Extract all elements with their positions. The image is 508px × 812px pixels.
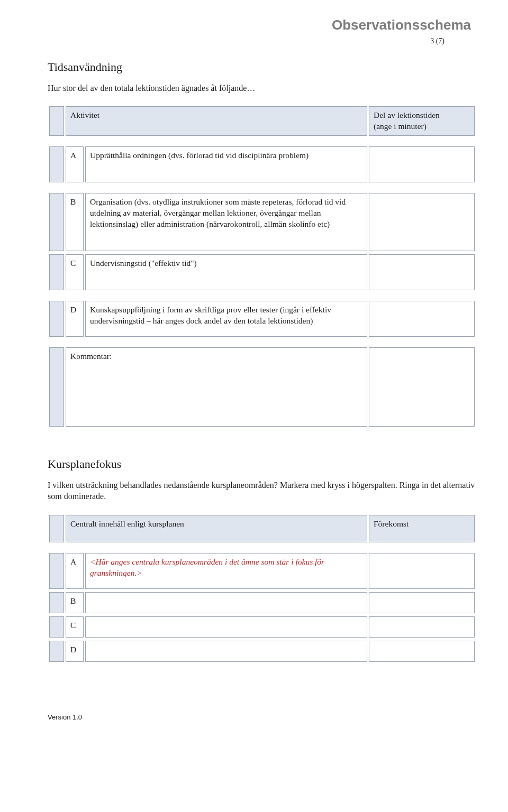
time-header-value-line2: (ange i minuter) [374, 122, 427, 131]
kurs-row-a-input[interactable] [369, 553, 475, 589]
kurs-row-b-sel[interactable] [49, 592, 64, 613]
time-row-d-label: D [66, 301, 84, 337]
time-header-sel[interactable] [49, 106, 64, 136]
time-row-comment-sel[interactable] [49, 347, 64, 427]
kurs-row-d-sel[interactable] [49, 641, 64, 662]
kurs-row-b-input[interactable] [369, 592, 475, 613]
time-row-comment-text[interactable]: Kommentar: [66, 347, 367, 427]
section-kurs-desc: I vilken utsträckning behandlades nedans… [48, 479, 476, 502]
kurs-row-a-sel[interactable] [49, 553, 64, 589]
kurs-row-b-label: B [66, 592, 84, 613]
time-row-bc: B Organisation (dvs. otydliga instruktio… [48, 190, 476, 293]
time-row-d-input[interactable] [369, 301, 475, 337]
time-header-activity: Aktivitet [66, 106, 367, 136]
time-row-comment-input[interactable] [369, 347, 475, 427]
kurs-header-table: Centralt innehåll enligt kursplanen Före… [48, 512, 476, 546]
time-header-table: Aktivitet Del av lektionstiden (ange i m… [48, 103, 476, 139]
time-row-a-text: Upprätthålla ordningen (dvs. förlorad ti… [85, 146, 367, 182]
section-time-title: Tidsanvändning [48, 59, 476, 75]
section-kurs-title: Kursplanefokus [48, 456, 476, 472]
kurs-row-a-placeholder: <Här anges centrala kursplaneområden i d… [90, 557, 324, 577]
time-row-c-label: C [66, 254, 84, 290]
time-row-a-sel[interactable] [49, 146, 64, 182]
kurs-row-a-label: A [66, 553, 84, 589]
time-row-a: A Upprätthålla ordningen (dvs. förlorad … [48, 143, 476, 186]
time-row-a-input[interactable] [369, 146, 475, 182]
time-row-b-text: Organisation (dvs. otydliga instruktione… [85, 193, 367, 251]
kurs-rows: A <Här anges centrala kursplaneområden i… [48, 550, 476, 665]
time-row-comment: Kommentar: [48, 344, 476, 430]
kurs-row-c-label: C [66, 616, 84, 638]
time-row-c-sel[interactable] [49, 254, 64, 290]
time-row-b-label: B [66, 193, 84, 251]
kurs-row-a-text[interactable]: <Här anges centrala kursplaneområden i d… [85, 553, 367, 589]
kurs-header-occ: Förekomst [369, 515, 475, 542]
section-time-desc: Hur stor del av den totala lektionstiden… [48, 82, 476, 94]
time-row-d: D Kunskapsuppföljning i form av skriftli… [48, 298, 476, 340]
time-header-value: Del av lektionstiden (ange i minuter) [369, 106, 475, 136]
kurs-row-d-input[interactable] [369, 641, 475, 662]
kurs-row-d-text[interactable] [85, 641, 367, 662]
kurs-row-c-sel[interactable] [49, 616, 64, 638]
document-title: Observationsschema [48, 16, 476, 34]
time-row-c-text: Undervisningstid ("effektiv tid") [85, 254, 367, 290]
kurs-row-b-text[interactable] [85, 592, 367, 613]
kurs-header-sel[interactable] [49, 515, 64, 542]
kurs-row-c-input[interactable] [369, 616, 475, 638]
time-row-d-text: Kunskapsuppföljning i form av skriftliga… [85, 301, 367, 337]
kurs-header-area: Centralt innehåll enligt kursplanen [66, 515, 367, 542]
kurs-row-c-text[interactable] [85, 616, 367, 638]
time-row-c-input[interactable] [369, 254, 475, 290]
time-row-b-input[interactable] [369, 193, 475, 251]
page-number: 3 (7) [48, 36, 476, 47]
time-row-b-sel[interactable] [49, 193, 64, 251]
time-row-a-label: A [66, 146, 84, 182]
time-header-value-line1: Del av lektionstiden [374, 110, 440, 119]
footer-version: Version 1.0 [48, 713, 476, 722]
time-row-d-sel[interactable] [49, 301, 64, 337]
kurs-row-d-label: D [66, 641, 84, 662]
